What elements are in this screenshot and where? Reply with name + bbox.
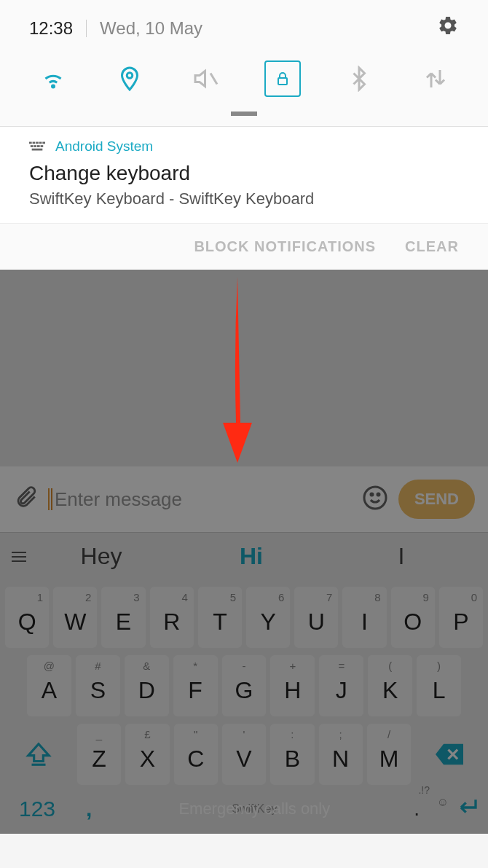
key-t[interactable]: 5T bbox=[198, 587, 242, 648]
key-w[interactable]: 2W bbox=[53, 587, 97, 648]
spacebar-key[interactable]: SwiftKey Emergency calls only bbox=[109, 802, 399, 816]
key-i[interactable]: 8I bbox=[342, 587, 386, 648]
comma-key[interactable]: , bbox=[68, 797, 109, 821]
svg-point-1 bbox=[127, 73, 133, 79]
svg-line-2 bbox=[210, 74, 217, 85]
svg-rect-8 bbox=[42, 142, 45, 144]
key-a[interactable]: @A bbox=[27, 655, 71, 716]
key-r[interactable]: 4R bbox=[150, 587, 194, 648]
shift-key[interactable] bbox=[5, 724, 73, 785]
emergency-calls-label: Emergency calls only bbox=[178, 799, 330, 818]
keyboard-row-2: @A#S&D*F-G+H=J(K)L bbox=[3, 653, 485, 719]
period-key[interactable]: .!? . bbox=[399, 797, 434, 821]
svg-rect-11 bbox=[37, 145, 40, 147]
svg-rect-4 bbox=[29, 142, 32, 144]
svg-point-14 bbox=[364, 487, 386, 509]
data-transfer-icon[interactable] bbox=[417, 60, 454, 97]
backspace-key[interactable] bbox=[415, 724, 483, 785]
status-bar: 12:38 Wed, 10 May bbox=[0, 0, 488, 49]
enter-key[interactable] bbox=[452, 796, 482, 822]
key-z[interactable]: _Z bbox=[77, 724, 121, 785]
send-button[interactable]: SEND bbox=[398, 480, 475, 519]
suggestion-2[interactable]: Hi bbox=[176, 543, 326, 570]
key-l[interactable]: )L bbox=[417, 655, 461, 716]
svg-point-0 bbox=[52, 85, 54, 87]
svg-rect-13 bbox=[32, 149, 43, 151]
keyboard-suggestion-bar: Hey Hi I bbox=[0, 532, 488, 580]
attachment-icon[interactable] bbox=[13, 485, 38, 513]
suggestion-3[interactable]: I bbox=[326, 543, 476, 570]
svg-rect-5 bbox=[33, 142, 36, 144]
svg-point-16 bbox=[377, 493, 379, 496]
clear-notifications-button[interactable]: CLEAR bbox=[405, 238, 459, 255]
keyboard-row-1: 1Q2W3E4R5T6Y7U8I9O0P bbox=[3, 584, 485, 650]
key-b[interactable]: :B bbox=[270, 724, 314, 785]
divider bbox=[86, 20, 87, 37]
svg-rect-7 bbox=[39, 142, 42, 144]
key-o[interactable]: 9O bbox=[391, 587, 435, 648]
key-v[interactable]: 'V bbox=[222, 724, 266, 785]
key-e[interactable]: 3E bbox=[101, 587, 145, 648]
keyboard: 1Q2W3E4R5T6Y7U8I9O0P @A#S&D*F-G+H=J(K)L … bbox=[0, 580, 488, 834]
key-g[interactable]: -G bbox=[222, 655, 267, 716]
key-n[interactable]: ;N bbox=[319, 724, 363, 785]
notification-actions: BLOCK NOTIFICATIONS CLEAR bbox=[0, 223, 488, 270]
background-app-dimmed: Enter message SEND Hey Hi I 1Q2W3E4R5T6Y… bbox=[0, 270, 488, 834]
clock-time: 12:38 bbox=[29, 18, 73, 39]
svg-rect-3 bbox=[278, 78, 287, 85]
message-thread-area[interactable] bbox=[0, 270, 488, 466]
bluetooth-icon[interactable] bbox=[341, 60, 377, 97]
block-notifications-button[interactable]: BLOCK NOTIFICATIONS bbox=[194, 238, 376, 255]
message-input[interactable]: Enter message bbox=[48, 488, 352, 511]
key-y[interactable]: 6Y bbox=[246, 587, 290, 648]
key-j[interactable]: =J bbox=[319, 655, 363, 716]
wifi-icon[interactable] bbox=[35, 60, 71, 97]
notification-app-name: Android System bbox=[55, 138, 153, 155]
key-p[interactable]: 0P bbox=[439, 587, 483, 648]
svg-rect-6 bbox=[36, 142, 39, 144]
keyboard-app-icon bbox=[29, 141, 45, 152]
svg-rect-10 bbox=[34, 145, 36, 147]
key-x[interactable]: £X bbox=[125, 724, 169, 785]
notification-card[interactable]: Android System Change keyboard SwiftKey … bbox=[0, 126, 488, 223]
key-k[interactable]: (K bbox=[368, 655, 412, 716]
rotation-lock-icon[interactable] bbox=[264, 60, 301, 97]
key-q[interactable]: 1Q bbox=[5, 587, 49, 648]
key-h[interactable]: +H bbox=[270, 655, 315, 716]
key-u[interactable]: 7U bbox=[294, 587, 338, 648]
emoji-icon[interactable] bbox=[362, 485, 388, 514]
compose-bar: Enter message SEND bbox=[0, 466, 488, 532]
notification-app-row: Android System bbox=[29, 138, 459, 155]
location-icon[interactable] bbox=[111, 60, 148, 97]
mute-icon[interactable] bbox=[188, 60, 224, 97]
notification-body: SwiftKey Keyboard - SwiftKey Keyboard bbox=[29, 189, 459, 208]
suggestion-1[interactable]: Hey bbox=[26, 543, 176, 570]
keyboard-menu-icon[interactable] bbox=[12, 552, 26, 562]
status-date: Wed, 10 May bbox=[100, 18, 202, 39]
keyboard-row-3: _Z£X"C'V:B;N/M bbox=[3, 722, 485, 787]
key-s[interactable]: #S bbox=[76, 655, 120, 716]
key-f[interactable]: *F bbox=[173, 655, 218, 716]
svg-point-15 bbox=[371, 493, 373, 496]
key-d[interactable]: &D bbox=[125, 655, 169, 716]
key-c[interactable]: "C bbox=[174, 724, 218, 785]
key-m[interactable]: /M bbox=[367, 724, 411, 785]
quick-settings-row bbox=[0, 49, 488, 112]
keyboard-bottom-row: 123 , SwiftKey Emergency calls only .!? … bbox=[3, 790, 485, 834]
settings-gear-icon[interactable] bbox=[437, 15, 459, 42]
panel-drag-handle[interactable] bbox=[0, 112, 488, 126]
svg-rect-9 bbox=[31, 145, 34, 147]
notification-title: Change keyboard bbox=[29, 162, 459, 185]
numeric-key[interactable]: 123 bbox=[6, 797, 68, 821]
svg-rect-12 bbox=[41, 145, 44, 147]
